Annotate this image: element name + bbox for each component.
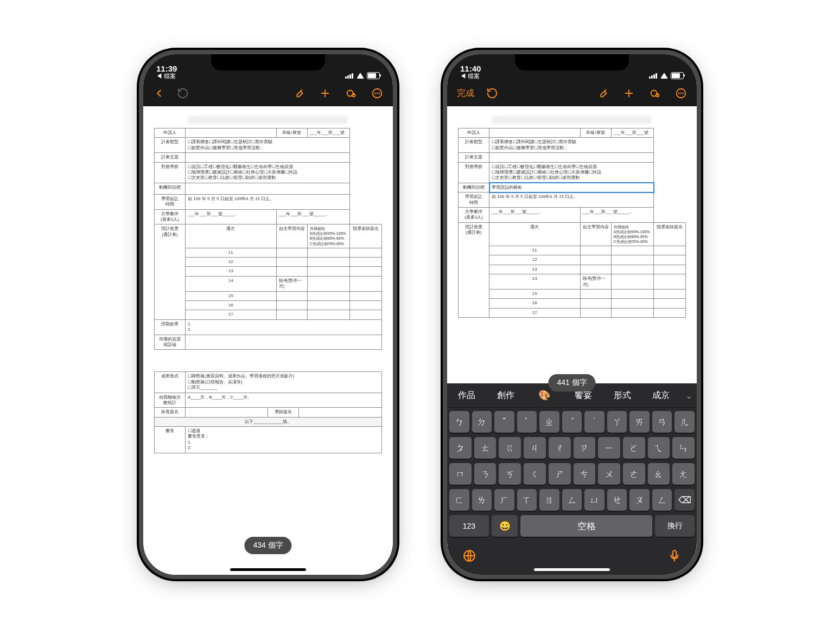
key[interactable]: ㄤ [672,463,695,485]
suggestion[interactable]: 形式 [603,390,642,401]
key[interactable]: ㄢ [652,411,672,433]
share-icon[interactable] [345,87,357,99]
key[interactable]: ㄒ [517,489,537,511]
key[interactable]: ㄦ [674,411,695,433]
mic-icon[interactable] [667,549,682,563]
key[interactable]: ㄆ [449,437,472,459]
chevron-down-icon[interactable]: ⌄ [680,390,697,401]
key[interactable]: ㄉ [472,411,492,433]
status-time: 11:40 [460,65,481,73]
lbl-schedule: 預計進度 (週計畫) [155,224,186,320]
key[interactable]: ㄜ [623,463,645,485]
key[interactable]: ㄣ [672,437,695,459]
status-back-to-app[interactable]: ◀ 檔案 [460,73,481,79]
status-back-to-app[interactable]: ◀ 檔案 [156,73,177,79]
key[interactable]: ㄏ [494,489,514,511]
word-count-pill: 441 個字 [548,374,595,391]
undo-icon[interactable] [486,87,498,99]
key[interactable]: ㄍ [499,437,521,459]
plus-icon[interactable] [319,87,331,99]
lbl-applicant: 申請人 [155,129,186,138]
key[interactable]: ㄗ [574,437,596,459]
key[interactable]: ㄥ [652,489,672,511]
document-canvas[interactable]: 申請人班級/座號___年___班___號 計畫類型☐課業精進☐課外閱讀☐主題研討… [447,106,697,575]
document-canvas[interactable]: 申請人班級/座號___年___班___號 計畫類型☐課業精進☐課外閱讀☐主題研討… [143,106,393,575]
key[interactable]: ㄎ [499,463,521,485]
key-emoji[interactable]: 😀 [492,515,518,537]
cellular-icon [345,73,353,79]
suggestion[interactable]: 作品 [447,390,486,401]
status-indicators [345,72,380,79]
key[interactable]: ㄑ [524,463,546,485]
val-group[interactable]: ☐資訊☐工程☐數理化☐醫藥衛生☐生命科學☐生物資源 ☐地球環境☐建築設計☐藝術☐… [186,162,350,183]
key[interactable]: ˊ [562,411,582,433]
val-class[interactable]: ___年___班___號 [307,129,349,138]
key[interactable]: ㄛ [623,437,645,459]
brush-icon[interactable] [597,87,609,99]
more-icon[interactable] [675,87,687,99]
editing-cell[interactable]: 學習說話的藝術 [489,183,654,192]
key[interactable]: ㄚ [607,411,627,433]
doc-title-redacted [492,116,652,124]
lbl-partner: 共學夥伴 (最多2人) [155,209,186,224]
back-icon[interactable] [153,87,165,99]
brush-icon[interactable] [293,87,305,99]
plus-icon[interactable] [623,87,635,99]
key[interactable]: ㄐ [524,437,546,459]
form-table-2: 成果形式☐靜態展(書面資料、成果作品、學習過程的照片或影片) ☐動態展(口頭報告… [154,371,382,453]
notch [515,54,629,70]
status-indicators [649,72,684,79]
undo-icon[interactable] [177,87,189,99]
svg-point-18 [681,93,682,94]
share-icon[interactable] [649,87,661,99]
suggestion[interactable]: 創作 [486,390,525,401]
key-123[interactable]: 123 [449,515,489,537]
done-button[interactable]: 完成 [457,88,474,99]
lbl-group: 對應學群 [155,162,186,183]
wifi-icon [356,73,364,79]
val-plan-type[interactable]: ☐課業精進☐課外閱讀☐主題研討☐實作實驗 ☐創意作品☐服務學習☐其他學習活動： [186,138,350,153]
notch [211,54,325,70]
key[interactable]: ㄟ [648,437,670,459]
key[interactable]: ㄩ [584,489,604,511]
key[interactable]: ㄨ [598,463,620,485]
suggestion[interactable]: 成京 [641,390,680,401]
kb-row-1: ㄅㄉˇˋㄓˊ˙ㄚㄞㄢㄦ [449,411,695,433]
key-backspace[interactable]: ⌫ [674,489,695,511]
key[interactable]: ㄕ [549,463,571,485]
toolbar [143,80,393,106]
key[interactable]: ㄞ [629,411,650,433]
more-icon[interactable] [371,87,383,99]
home-indicator[interactable] [230,568,306,571]
kb-row-4: ㄈㄌㄏㄒㄖㄙㄩㄝㄡㄥ⌫ [449,489,695,511]
key-return[interactable]: 換行 [655,515,695,537]
kb-row-2: ㄆㄊㄍㄐㄔㄗㄧㄛㄟㄣ [449,437,695,459]
key[interactable]: ㄧ [598,437,620,459]
key[interactable]: ㄠ [648,463,670,485]
key[interactable]: ㄌ [472,489,492,511]
key[interactable]: ㄊ [474,437,497,459]
key[interactable]: ㄈ [449,489,469,511]
key[interactable]: ˙ [584,411,604,433]
key[interactable]: ㄖ [539,489,559,511]
key[interactable]: ㄝ [607,489,627,511]
key[interactable]: ㄡ [629,489,650,511]
globe-icon[interactable] [462,549,476,563]
key[interactable]: ㄅ [449,411,469,433]
status-time: 11:39 [156,65,177,73]
val-period[interactable]: 自 109 年 5 月 5 日起至 109年6 月 15 日止。 [186,194,350,209]
key[interactable]: ㄇ [449,463,472,485]
toolbar: 完成 [447,80,697,106]
key[interactable]: ㄓ [539,411,559,433]
svg-point-9 [379,93,379,94]
key-space[interactable]: 空格 [520,515,652,537]
home-indicator[interactable] [534,568,610,571]
key[interactable]: ㄔ [549,437,571,459]
phone-right: 11:40 ◀ 檔案 完成 [447,54,697,575]
key[interactable]: ˇ [494,411,514,433]
kb-row-3: ㄇㄋㄎㄑㄕㄘㄨㄜㄠㄤ [449,463,695,485]
key[interactable]: ˋ [517,411,537,433]
key[interactable]: ㄋ [474,463,497,485]
key[interactable]: ㄙ [562,489,582,511]
key[interactable]: ㄘ [574,463,596,485]
